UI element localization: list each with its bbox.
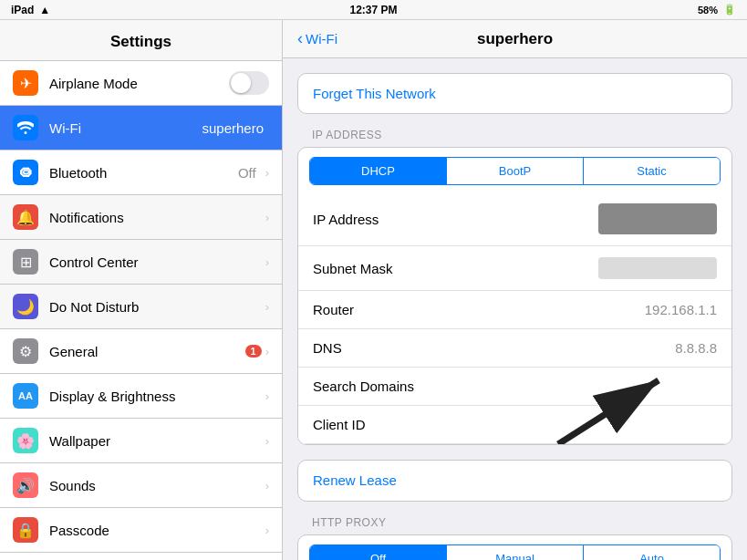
back-label: Wi-Fi (306, 31, 337, 47)
sidebar-item-passcode[interactable]: 🔒 Passcode › (0, 508, 282, 553)
ip-segmented-control: DHCP BootP Static (309, 157, 721, 185)
general-label: General (49, 344, 245, 359)
ip-address-section-label: IP ADDRESS (297, 129, 732, 147)
back-chevron-icon: ‹ (297, 29, 303, 48)
wifi-value: superhero (202, 120, 264, 136)
detail-title: superhero (477, 30, 553, 48)
sounds-icon: 🔊 (13, 472, 38, 498)
airplane-mode-toggle[interactable] (229, 71, 269, 95)
sidebar-item-bluetooth[interactable]: ⭖ Bluetooth Off › (0, 150, 282, 195)
status-right: 58% 🔋 (698, 4, 736, 16)
client-id-row: Client ID (298, 406, 731, 444)
main-container: Settings ✈ Airplane Mode Wi-Fi superhero… (0, 20, 747, 560)
sounds-chevron: › (265, 479, 269, 493)
sidebar-title: Settings (0, 20, 282, 61)
bluetooth-chevron: › (265, 166, 269, 180)
control-center-icon: ⊞ (13, 249, 38, 275)
wallpaper-icon: 🌸 (13, 428, 38, 453)
ip-address-row: IP Address (298, 192, 731, 246)
detail-panel: ‹ Wi-Fi superhero Forget This Network IP… (283, 20, 747, 560)
proxy-auto-tab[interactable]: Auto (584, 545, 720, 560)
do-not-disturb-icon: 🌙 (13, 294, 38, 319)
bluetooth-icon: ⭖ (13, 160, 38, 185)
bluetooth-label: Bluetooth (49, 165, 238, 181)
sidebar-item-sounds[interactable]: 🔊 Sounds › (0, 463, 282, 508)
control-center-chevron: › (265, 255, 269, 269)
detail-header: ‹ Wi-Fi superhero (283, 20, 747, 58)
sidebar-item-wallpaper[interactable]: 🌸 Wallpaper › (0, 419, 282, 463)
sounds-label: Sounds (49, 478, 262, 493)
sidebar-item-airplane-mode[interactable]: ✈ Airplane Mode (0, 61, 282, 106)
renew-lease-card: Renew Lease (297, 460, 732, 502)
dns-value: 8.8.8.8 (675, 340, 717, 356)
detail-content: Forget This Network IP ADDRESS DHCP Boot… (283, 58, 747, 560)
renew-lease-button[interactable]: Renew Lease (313, 472, 397, 488)
ip-address-card: DHCP BootP Static IP Address Subnet Mask (297, 147, 732, 445)
sidebar-item-do-not-disturb[interactable]: 🌙 Do Not Disturb › (0, 285, 282, 329)
wifi-sidebar-icon (13, 115, 38, 140)
notifications-chevron: › (265, 211, 269, 224)
dhcp-tab[interactable]: DHCP (310, 158, 447, 184)
wallpaper-label: Wallpaper (49, 433, 262, 449)
search-domains-row: Search Domains (298, 368, 731, 406)
static-tab[interactable]: Static (584, 158, 720, 184)
status-time: 12:37 PM (349, 4, 397, 16)
passcode-icon: 🔒 (13, 517, 38, 543)
passcode-chevron: › (265, 524, 269, 537)
display-chevron: › (265, 389, 269, 403)
general-badge: 1 (245, 345, 262, 358)
battery-icon: 🔋 (723, 4, 736, 16)
search-domains-label: Search Domains (313, 379, 717, 394)
subnet-mask-redacted (598, 257, 717, 279)
sidebar-item-battery[interactable]: 🔋 Battery › (0, 553, 282, 560)
bluetooth-value: Off (238, 165, 256, 181)
wallpaper-chevron: › (265, 434, 269, 448)
router-value: 192.168.1.1 (645, 302, 717, 317)
status-left: iPad ▲ (11, 4, 50, 16)
passcode-label: Passcode (49, 523, 262, 538)
control-center-label: Control Center (49, 254, 262, 270)
http-proxy-card: Off Manual Auto (297, 534, 732, 560)
back-button[interactable]: ‹ Wi-Fi (297, 29, 337, 48)
display-icon: AA (13, 383, 38, 409)
bootp-tab[interactable]: BootP (447, 158, 584, 184)
airplane-mode-label: Airplane Mode (49, 76, 229, 91)
sidebar-item-wifi[interactable]: Wi-Fi superhero (0, 106, 282, 150)
forget-network-card: Forget This Network (297, 73, 732, 114)
wifi-icon: ▲ (39, 4, 50, 16)
sidebar-item-control-center[interactable]: ⊞ Control Center › (0, 240, 282, 285)
proxy-off-tab[interactable]: Off (310, 545, 447, 560)
ipad-label: iPad (11, 4, 34, 16)
sidebar-item-display[interactable]: AA Display & Brightness › (0, 374, 282, 419)
subnet-mask-label: Subnet Mask (313, 261, 598, 276)
router-label: Router (313, 302, 645, 317)
http-proxy-segmented: Off Manual Auto (309, 544, 721, 560)
notifications-icon: 🔔 (13, 204, 38, 230)
subnet-mask-row: Subnet Mask (298, 246, 731, 291)
general-icon: ⚙ (13, 338, 38, 364)
sidebar-item-general[interactable]: ⚙ General 1 › (0, 329, 282, 374)
ip-address-redacted (598, 203, 717, 234)
dns-row: DNS 8.8.8.8 (298, 329, 731, 368)
dns-label: DNS (313, 340, 675, 356)
status-bar: iPad ▲ 12:37 PM 58% 🔋 (0, 0, 747, 20)
do-not-disturb-label: Do Not Disturb (49, 299, 262, 315)
proxy-manual-tab[interactable]: Manual (447, 545, 584, 560)
router-row: Router 192.168.1.1 (298, 291, 731, 329)
wifi-label: Wi-Fi (49, 120, 202, 136)
sidebar-item-notifications[interactable]: 🔔 Notifications › (0, 195, 282, 240)
ip-address-row-label: IP Address (313, 212, 598, 227)
http-proxy-section-label: HTTP PROXY (297, 516, 732, 534)
dnd-chevron: › (265, 300, 269, 314)
client-id-label: Client ID (313, 417, 717, 432)
sidebar: Settings ✈ Airplane Mode Wi-Fi superhero… (0, 20, 283, 560)
forget-network-button[interactable]: Forget This Network (298, 74, 731, 113)
ip-rows-container: IP Address Subnet Mask Router 192.168.1.… (298, 192, 731, 444)
notifications-label: Notifications (49, 210, 262, 225)
display-label: Display & Brightness (49, 389, 262, 404)
airplane-mode-icon: ✈ (13, 70, 38, 96)
battery-percent: 58% (698, 5, 718, 16)
general-chevron: › (265, 345, 269, 358)
